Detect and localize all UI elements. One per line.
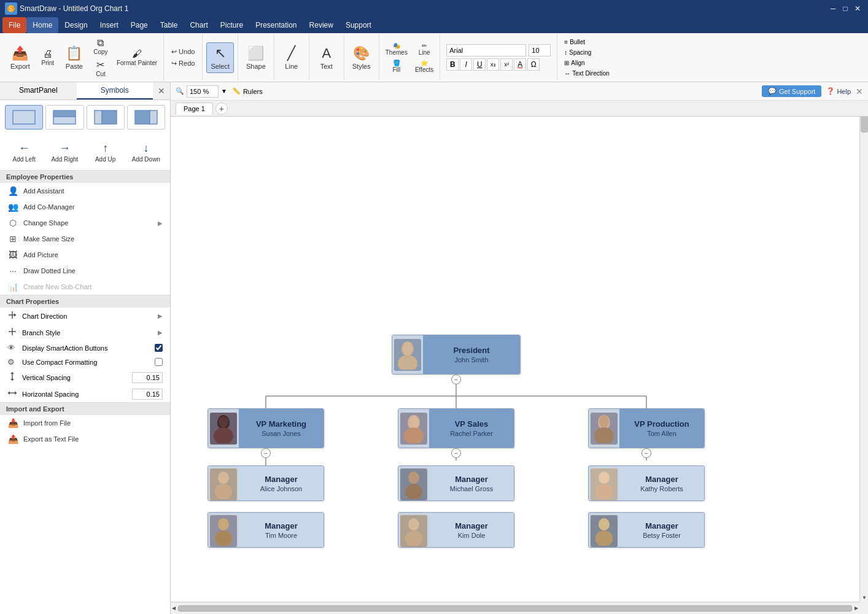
change-shape-item[interactable]: ⬡ Change Shape ▶ bbox=[0, 215, 170, 231]
shape-button[interactable]: ⬜ Shape bbox=[242, 42, 270, 73]
print-button[interactable]: 🖨 Print bbox=[37, 47, 59, 68]
text-button[interactable]: A Text bbox=[313, 42, 340, 73]
vp-sales-collapse-btn[interactable]: − bbox=[451, 448, 461, 458]
superscript-button[interactable]: x² bbox=[500, 58, 513, 71]
symbol-rect-photo-right[interactable] bbox=[127, 105, 165, 130]
vp-marketing-collapse-btn[interactable]: − bbox=[261, 448, 271, 458]
menu-review[interactable]: Review bbox=[303, 17, 339, 33]
compact-formatting-checkbox[interactable] bbox=[155, 358, 163, 366]
text-direction-button[interactable]: ↔ Text Direction bbox=[562, 69, 611, 77]
display-smartaction-checkbox[interactable] bbox=[155, 344, 163, 352]
add-down-button[interactable]: ↓ Add Down bbox=[127, 139, 165, 165]
special-char-button[interactable]: Ω bbox=[527, 58, 540, 71]
add-page-button[interactable]: + bbox=[215, 103, 228, 115]
manager-alice-node[interactable]: Manager Alice Johnson bbox=[207, 465, 324, 501]
compact-formatting-row[interactable]: ⚙ Use Compact Formatting bbox=[0, 355, 170, 369]
symbol-rect-photo-left[interactable] bbox=[87, 105, 125, 130]
add-left-button[interactable]: ← Add Left bbox=[5, 139, 43, 165]
paste-button[interactable]: 📋 Paste bbox=[61, 42, 87, 73]
zoom-out-icon[interactable]: 🔍 bbox=[176, 87, 184, 95]
menu-chart[interactable]: Chart bbox=[184, 17, 214, 33]
menu-presentation[interactable]: Presentation bbox=[249, 17, 303, 33]
themes-button[interactable]: 🎭 Themes bbox=[383, 41, 410, 57]
display-smartaction-row[interactable]: 👁 Display SmartAction Buttons bbox=[0, 341, 170, 355]
export-as-text-item[interactable]: 📤 Export as Text File bbox=[0, 431, 170, 447]
horizontal-scrollbar[interactable]: ◀ ▶ bbox=[171, 602, 859, 614]
underline-button[interactable]: U bbox=[473, 58, 486, 71]
font-size-input[interactable] bbox=[529, 44, 551, 56]
line-button[interactable]: ╱ Line bbox=[278, 42, 305, 73]
manager-kathy-node[interactable]: Manager Kathy Roberts bbox=[588, 465, 705, 501]
italic-button[interactable]: I bbox=[460, 58, 472, 71]
get-support-button[interactable]: 💬 Get Support bbox=[762, 85, 821, 97]
format-painter-button[interactable]: 🖌 Format Painter bbox=[114, 47, 160, 68]
add-comanager-item[interactable]: 👥 Add Co-Manager bbox=[0, 199, 170, 215]
import-from-file-item[interactable]: 📥 Import from File bbox=[0, 415, 170, 431]
horizontal-spacing-input[interactable] bbox=[132, 389, 163, 400]
vp-sales-node[interactable]: VP Sales Rachel Parker bbox=[398, 408, 514, 448]
branch-style-row[interactable]: Branch Style ▶ bbox=[0, 324, 170, 341]
symbol-rect-single[interactable] bbox=[5, 105, 43, 130]
add-right-button[interactable]: → Add Right bbox=[45, 139, 83, 165]
draw-dotted-line-item[interactable]: ··· Draw Dotted Line bbox=[0, 263, 170, 279]
help-button[interactable]: ❓ Help bbox=[826, 87, 851, 95]
zoom-dropdown-icon[interactable]: ▼ bbox=[221, 88, 227, 95]
menu-table[interactable]: Table bbox=[154, 17, 184, 33]
export-button[interactable]: 📤 Export bbox=[6, 42, 34, 73]
effects-button[interactable]: ⭐ Effects bbox=[413, 58, 436, 74]
vertical-spacing-input[interactable] bbox=[132, 372, 163, 383]
bullet-button[interactable]: ≡ Bullet bbox=[562, 38, 611, 46]
zoom-input[interactable] bbox=[187, 85, 219, 98]
styles-button[interactable]: 🎨 Styles bbox=[348, 42, 375, 73]
manager-michael-node[interactable]: Manager Michael Gross bbox=[398, 465, 514, 501]
president-node[interactable]: President John Smith bbox=[392, 335, 521, 375]
vertical-scrollbar[interactable]: ▲ ▼ bbox=[859, 82, 868, 602]
close-button[interactable]: ✕ bbox=[852, 3, 863, 14]
page-tab-1[interactable]: Page 1 bbox=[176, 103, 213, 115]
add-assistant-item[interactable]: 👤 Add Assistant bbox=[0, 183, 170, 199]
menu-home[interactable]: Home bbox=[26, 17, 58, 33]
minimize-button[interactable]: ─ bbox=[827, 3, 839, 14]
manager-betsy-node[interactable]: Manager Betsy Foster bbox=[588, 512, 705, 548]
bold-button[interactable]: B bbox=[446, 58, 459, 71]
spacing-button[interactable]: ↕ Spacing bbox=[562, 49, 611, 56]
menu-support[interactable]: Support bbox=[339, 17, 378, 33]
chart-direction-row[interactable]: Chart Direction ▶ bbox=[0, 308, 170, 324]
fill-button[interactable]: 🪣 Fill bbox=[383, 58, 410, 74]
cut-button[interactable]: ✂ Cut bbox=[90, 58, 112, 79]
tab-smartpanel[interactable]: SmartPanel bbox=[0, 82, 77, 99]
scroll-right-button[interactable]: ▶ bbox=[854, 605, 858, 611]
president-collapse-btn[interactable]: − bbox=[451, 375, 461, 384]
tab-symbols[interactable]: Symbols bbox=[77, 82, 153, 99]
copy-button[interactable]: ⧉ Copy bbox=[90, 36, 112, 56]
manager-kim-node[interactable]: Manager Kim Dole bbox=[398, 512, 514, 548]
select-button[interactable]: ↖ Select bbox=[206, 42, 234, 73]
font-color-button[interactable]: A bbox=[514, 58, 526, 71]
menu-picture[interactable]: Picture bbox=[214, 17, 249, 33]
toolbar-close-button[interactable]: ✕ bbox=[856, 87, 863, 96]
symbol-rect-labeled[interactable] bbox=[45, 105, 83, 130]
make-same-size-item[interactable]: ⊞ Make Same Size bbox=[0, 231, 170, 247]
menu-file[interactable]: File bbox=[2, 17, 26, 33]
line-style-button[interactable]: ✏ Line bbox=[413, 41, 436, 57]
scroll-left-button[interactable]: ◀ bbox=[172, 605, 176, 611]
maximize-button[interactable]: □ bbox=[840, 3, 851, 14]
menu-page[interactable]: Page bbox=[125, 17, 154, 33]
manager-tim-node[interactable]: Manager Tim Moore bbox=[207, 512, 324, 548]
menu-design[interactable]: Design bbox=[58, 17, 93, 33]
align-button[interactable]: ⊞ Align bbox=[562, 59, 611, 67]
subscript-button[interactable]: x₂ bbox=[487, 58, 499, 71]
font-name-input[interactable] bbox=[446, 44, 526, 56]
add-up-button[interactable]: ↑ Add Up bbox=[87, 139, 125, 165]
vp-production-collapse-btn[interactable]: − bbox=[641, 448, 651, 458]
add-picture-item[interactable]: 🖼 Add Picture bbox=[0, 247, 170, 263]
panel-close-button[interactable]: ✕ bbox=[153, 82, 170, 99]
menu-insert[interactable]: Insert bbox=[94, 17, 125, 33]
redo-button[interactable]: ↪ Redo bbox=[168, 58, 198, 69]
rulers-toggle[interactable]: 📏 Rulers bbox=[232, 87, 263, 95]
vp-marketing-node[interactable]: VP Marketing Susan Jones bbox=[207, 408, 324, 448]
undo-button[interactable]: ↩ Undo bbox=[168, 47, 198, 57]
scroll-down-button[interactable]: ▼ bbox=[860, 593, 868, 602]
scrollbar-h-thumb[interactable] bbox=[178, 605, 852, 612]
vp-production-node[interactable]: VP Production Tom Allen bbox=[588, 408, 705, 448]
